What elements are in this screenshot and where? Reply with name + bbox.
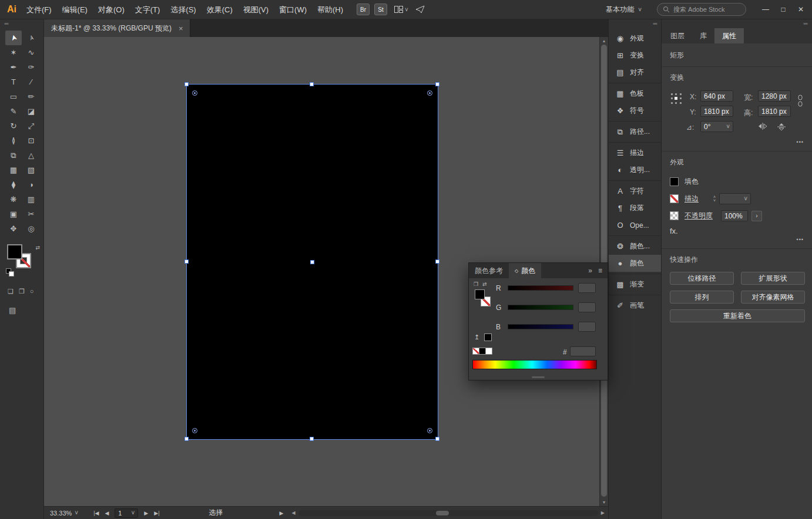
selection-handle-ne[interactable] [435,82,439,86]
stroke-weight-select[interactable]: ˅ [719,193,751,204]
slice-tool[interactable]: ✂ [23,207,39,221]
selection-handle-e[interactable] [435,260,439,264]
stroke-weight-stepper[interactable]: ˄ ˅ [712,196,717,203]
workspace-switcher[interactable]: 基本功能 ˅ [606,5,642,15]
rectangle-tool[interactable]: ▭ [5,89,22,104]
pen-tool[interactable]: ✒ [5,60,22,75]
white-swatch[interactable] [485,348,492,355]
previous-artboard-button[interactable]: ◀ [105,510,109,516]
fill-color-swatch[interactable] [7,244,22,260]
horizontal-scrollbar[interactable]: ◀ ▶ [291,510,605,516]
mini-default-icon[interactable]: ❐ [474,281,478,287]
eraser-tool[interactable]: ◪ [23,104,39,119]
collapse-panel-icon[interactable]: »» [662,19,812,28]
dock-item-paragraph[interactable]: ¶段落 [609,200,661,217]
dock-item-transparency[interactable]: ◐透明... [609,161,661,178]
red-value-input[interactable] [578,283,596,293]
menu-file[interactable]: 文件(F) [21,0,57,19]
opacity-label[interactable]: 不透明度 [685,211,713,221]
zoom-level-control[interactable]: 33.33% ˅ [50,510,78,517]
dock-item-transform[interactable]: ⊞变换 [609,47,661,64]
curvature-tool[interactable]: ✑ [23,60,39,75]
direct-selection-tool[interactable]: ➢ [23,31,39,45]
symbol-sprayer-tool[interactable]: ❋ [5,192,22,207]
stroke-color-swatch[interactable] [670,194,679,203]
stepper-down-icon[interactable]: ˅ [713,199,716,203]
scroll-down-icon[interactable]: ▾ [600,500,608,505]
dock-item-gradient[interactable]: ▩渐变 [609,276,661,293]
first-artboard-button[interactable]: |◀ [93,510,99,516]
tab-layers[interactable]: 图层 [663,28,692,43]
maximize-button[interactable]: □ [774,0,792,19]
rotation-select[interactable]: 0°˅ [700,121,733,132]
opacity-swatch[interactable] [670,211,679,220]
height-input[interactable]: 1810 px [758,106,791,117]
arrange-button[interactable]: 排列 [670,291,734,304]
eyedropper-tool[interactable]: ⧫ [5,177,22,192]
panel-menu-icon[interactable]: ≡ [598,267,602,275]
dock-item-align[interactable]: ▤对齐 [609,64,661,81]
corner-widget[interactable] [427,428,432,433]
expand-dock-icon[interactable]: «« [609,19,661,28]
swap-fill-stroke-icon[interactable]: ⇄ [35,245,40,251]
selection-handle-sw[interactable] [184,437,189,441]
dock-item-brushes[interactable]: ✐画笔 [609,297,661,314]
more-appearance-options-icon[interactable]: ••• [670,237,804,242]
width-tool[interactable]: ≬ [5,133,22,148]
offset-path-button[interactable]: 位移路径 [670,272,734,285]
green-value-input[interactable] [578,302,596,312]
last-color-icon[interactable]: ↥ [474,333,479,341]
dock-item-appearance[interactable]: ◉外观 [609,30,661,47]
menu-window[interactable]: 窗口(W) [274,0,312,19]
color-spectrum-bar[interactable] [472,360,597,369]
hex-input[interactable] [570,346,596,356]
opacity-input[interactable]: 100% [721,210,748,221]
fx-button[interactable]: fx. [670,227,805,235]
menu-type[interactable]: 文字(T) [130,0,166,19]
fill-proxy-swatch[interactable] [475,289,485,299]
perspective-grid-tool[interactable]: △ [23,148,39,163]
dock-item-stroke[interactable]: ☰描边 [609,144,661,161]
y-input[interactable]: 1810 px [700,106,733,117]
blue-slider[interactable] [508,324,573,329]
dock-item-swatches[interactable]: ▦色板 [609,85,661,102]
artboard-tool[interactable]: ▣ [5,207,22,221]
close-document-icon[interactable]: × [179,24,183,33]
blue-value-input[interactable] [578,322,596,332]
corner-widget[interactable] [192,90,197,96]
corner-widget[interactable] [192,428,197,433]
more-transform-options-icon[interactable]: ••• [670,139,804,145]
status-options-icon[interactable]: ▶ [280,510,284,516]
document-tab[interactable]: 未标题-1* @ 33.33% (RGB/GPU 预览) × [44,19,190,37]
scroll-up-icon[interactable]: ▴ [600,38,608,43]
tab-color-guide[interactable]: 颜色参考 [469,263,509,278]
screen-mode-icon[interactable]: ▤ [9,306,43,315]
opacity-options-icon[interactable]: › [751,211,762,221]
minimize-button[interactable]: — [757,0,774,19]
tab-libraries[interactable]: 库 [692,28,714,43]
expand-shape-button[interactable]: 扩展形状 [741,272,805,285]
menu-object[interactable]: 对象(O) [93,0,130,19]
dock-item-color[interactable]: ●颜色 [609,255,661,272]
panel-dock-icon[interactable]: » [588,267,592,275]
dock-item-character[interactable]: A字符 [609,183,661,200]
column-graph-tool[interactable]: ▥ [23,192,39,207]
draw-behind-icon[interactable]: ❐ [19,288,25,295]
dock-item-color-guide[interactable]: ❂颜色... [609,238,661,255]
rotate-tool[interactable]: ↻ [5,119,22,133]
hand-tool[interactable]: ✥ [5,221,22,236]
arrange-documents-icon[interactable]: ˅ [394,6,408,13]
tab-color[interactable]: ◇ 颜色 [509,263,541,278]
menu-effect[interactable]: 效果(C) [202,0,238,19]
swap-fill-stroke-icon[interactable]: ⇄ [482,281,487,287]
tab-properties[interactable]: 属性 [714,28,744,43]
draw-inside-icon[interactable]: ○ [30,288,34,295]
dock-item-opentype[interactable]: OOpe... [609,217,661,234]
scroll-right-icon[interactable]: ▶ [601,510,605,515]
default-fill-stroke-icon[interactable] [6,268,15,277]
selection-handle-nw[interactable] [184,82,189,86]
last-artboard-button[interactable]: ▶| [154,510,159,516]
scale-tool[interactable]: ⤢ [23,119,39,133]
close-button[interactable]: ✕ [792,0,810,19]
green-slider[interactable] [508,305,573,310]
